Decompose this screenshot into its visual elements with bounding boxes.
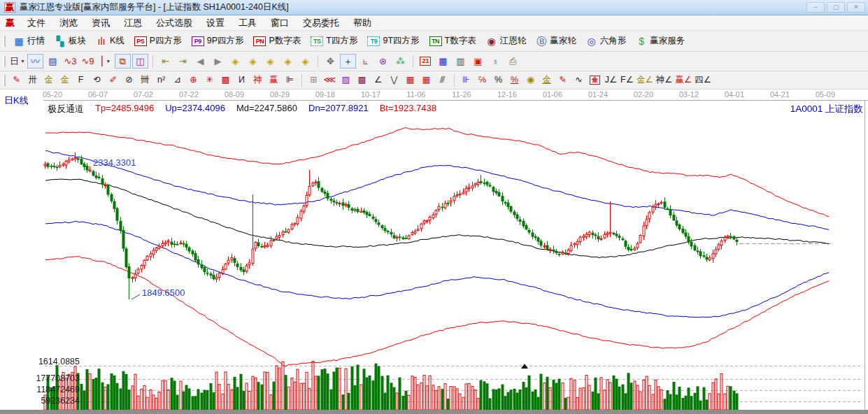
toolbar-button-kline-period[interactable]: 日▼ [9, 54, 26, 69]
toolbar-button-f-grid[interactable]: F [73, 73, 88, 87]
menu-item-news[interactable]: 资讯 [85, 15, 117, 31]
toolbar-button-page-next[interactable]: ▶ [210, 54, 226, 69]
toolbar-button-pan-hand[interactable]: ✥ [322, 54, 339, 69]
maximize-button[interactable]: ▢ [827, 2, 845, 13]
toolbar-button-t-number-table[interactable]: TNT数字表 [425, 33, 481, 50]
toolbar-button-ying-grid[interactable]: 赢 [266, 73, 281, 87]
menu-item-trade-order[interactable]: 交易委托 [296, 15, 346, 31]
toolbar-button-9t-square[interactable]: T99T四方形 [362, 33, 424, 50]
toolbar-button-web-box[interactable]: ▩ [355, 73, 369, 87]
menu-item-tools[interactable]: 工具 [232, 15, 264, 31]
toolbar-button-frame-tool[interactable]: ⊞ [306, 73, 321, 87]
menu-item-formula-select[interactable]: 公式选股 [149, 15, 199, 31]
menu-item-browse[interactable]: 浏览 [52, 15, 85, 31]
toolbar-button-gold-box[interactable]: 金 [588, 73, 602, 87]
toolbar-button-t-square[interactable]: TST四方形 [306, 33, 362, 50]
toolbar-button-n-square[interactable]: n² [154, 73, 169, 87]
date-tick-05-20: 05-20 [43, 90, 62, 99]
toolbar-button-wave-count-9[interactable]: ∿9 [80, 54, 96, 69]
toolbar-button-page-prev[interactable]: ◀ [192, 54, 208, 69]
toolbar-button-ruler-123[interactable]: ⊫ [283, 73, 297, 87]
toolbar-button-angle-fan[interactable]: ∠ [371, 73, 385, 87]
winner-wheel-icon: Ⓑ [536, 36, 547, 46]
toolbar-button-calendar[interactable]: 21 [418, 54, 434, 69]
toolbar-button-gold-grid-large[interactable]: 金 [57, 73, 72, 87]
toolbar-button-quotes[interactable]: ▦行情 [8, 33, 50, 50]
toolbar-button-gann-diamond-left[interactable]: ◈ [227, 54, 243, 69]
toolbar-button-gann-diamond-compress[interactable]: ◈ [280, 54, 296, 69]
toolbar-button-f-angle[interactable]: F∠ [620, 73, 634, 87]
toolbar-button-percent[interactable]: % [491, 73, 506, 87]
toolbar-button-purple-fan-box[interactable]: ▨ [339, 73, 353, 87]
toolbar-button-gann-wheel[interactable]: ◉江恩轮 [481, 33, 532, 50]
toolbar-button-gold-grid-small[interactable]: 金 [41, 73, 56, 87]
menu-item-settings[interactable]: 设置 [199, 15, 232, 31]
toolbar-button-region-map[interactable]: ⧉ [115, 54, 131, 69]
toolbar-button-gold-circle[interactable]: ◉ [523, 73, 538, 87]
toolbar-button-web-link[interactable]: ♁ [488, 54, 504, 69]
toolbar-button-shen-angle[interactable]: 神∠ [655, 73, 674, 87]
toolbar-button-goto-first[interactable]: ⇤ [157, 54, 173, 69]
toolbar-button-candle-tool[interactable]: ⎮▼ [97, 54, 113, 69]
toolbar-button-price-ruler[interactable]: 卅 [25, 73, 40, 87]
toolbar-button-gann-fan-circle[interactable]: ⊘ [122, 73, 136, 87]
menu-item-gann[interactable]: 江恩 [117, 15, 149, 31]
main-chart-canvas[interactable] [0, 90, 868, 414]
toolbar-button-j-angle[interactable]: J∠ [604, 73, 618, 87]
toolbar-button-spiral[interactable]: ⟲ [90, 73, 104, 87]
toolbar-button-si-angle[interactable]: 四∠ [694, 73, 712, 87]
toolbar-button-kline[interactable]: ılıK线 [91, 33, 129, 50]
toolbar-button-hexagon[interactable]: ◎六角形 [581, 33, 632, 50]
toolbar-button-shen-grid[interactable]: 神 [250, 73, 265, 87]
toolbar-button-gann-pen[interactable]: ✎ [9, 73, 24, 87]
menu-item-help[interactable]: 帮助 [346, 15, 378, 31]
toolbar-button-wave-count-3[interactable]: ∿3 [62, 54, 78, 69]
toolbar-button-gann-rotate-tool[interactable]: ⊛ [375, 54, 391, 69]
toolbar-button-brush-pen[interactable]: ✎ [555, 73, 570, 87]
calendar-icon: 21 [420, 57, 431, 66]
toolbar-button-red-fan[interactable]: ⋘ [322, 73, 337, 87]
toolbar-button-winner-wheel[interactable]: Ⓑ赢家轮 [531, 33, 581, 50]
toolbar-button-info-list[interactable]: ▤ [45, 54, 61, 69]
toolbar-button-print[interactable]: ⎙ [505, 54, 521, 69]
toolbar-button-n-wave[interactable]: И [234, 73, 249, 87]
toolbar-button-zigzag-tool[interactable]: 〰 [27, 54, 43, 69]
toolbar-button-pattern-tool[interactable]: ⁂ [392, 54, 408, 69]
toolbar-button-9p-square[interactable]: P99P四方形 [187, 33, 249, 50]
menu-item-window[interactable]: 窗口 [264, 15, 296, 31]
toolbar-button-wave-line[interactable]: ∿ [571, 73, 586, 87]
toolbar-button-gold-line[interactable]: 金 [539, 73, 554, 87]
toolbar-button-gann-diamond-expand[interactable]: ◈ [262, 54, 278, 69]
toolbar-button-ying-angle[interactable]: 赢∠ [674, 73, 692, 87]
toolbar-button-winner-service[interactable]: $赢家服务 [631, 33, 690, 50]
toolbar-button-gann-web[interactable]: ✳ [202, 73, 217, 87]
close-button[interactable]: ✕ [847, 2, 865, 13]
toolbar-button-gold-angle[interactable]: 金∠ [636, 73, 654, 87]
toolbar-button-goto-last[interactable]: ⇥ [175, 54, 191, 69]
toolbar-button-percent-angle[interactable]: ℅ [475, 73, 490, 87]
toolbar-button-save[interactable]: ▣ [470, 54, 486, 69]
toolbar-button-crosshair[interactable]: ＋ [340, 54, 356, 69]
toolbar-button-volume-ladder[interactable]: ⊪ [459, 73, 474, 87]
toolbar-button-red-grid-2[interactable]: ▦ [419, 73, 434, 87]
toolbar-button-percent-line[interactable]: % [507, 73, 522, 87]
toolbar-button-volume-histogram[interactable]: ◫ [132, 54, 148, 69]
toolbar-button-measure-pen[interactable]: ✐ [106, 73, 120, 87]
toolbar-button-p-square[interactable]: PSP四方形 [129, 33, 187, 50]
toolbar-button-gann-diamond-right[interactable]: ◈ [245, 54, 261, 69]
toolbar-button-red-grid-1[interactable]: ▦ [403, 73, 418, 87]
toolbar-button-sectors[interactable]: ▚板块 [50, 33, 91, 50]
toolbar-button-mirror-angle[interactable]: ⊿ [170, 73, 185, 87]
toolbar-button-time-ruler[interactable]: 卌 [138, 73, 152, 87]
menu-item-file[interactable]: 文件 [20, 15, 52, 31]
minimize-button[interactable]: – [806, 2, 825, 13]
toolbar-button-gann-target[interactable]: ⊕ [186, 73, 201, 87]
toolbar-button-v-dotted[interactable]: ⋁ [387, 73, 401, 87]
toolbar-button-angle-measure[interactable]: ⦜ [357, 54, 373, 69]
toolbar-button-calculator[interactable]: ▦ [435, 54, 451, 69]
toolbar-button-gann-web-square[interactable]: ▩ [218, 73, 233, 87]
toolbar-button-notepad[interactable]: ▥ [453, 54, 469, 69]
toolbar-button-gann-diamond-center[interactable]: ◈ [297, 54, 313, 69]
toolbar-button-p-number-table[interactable]: PNP数字表 [248, 33, 306, 50]
toolbar-button-parallel-lines[interactable]: ⫻ [435, 73, 450, 87]
